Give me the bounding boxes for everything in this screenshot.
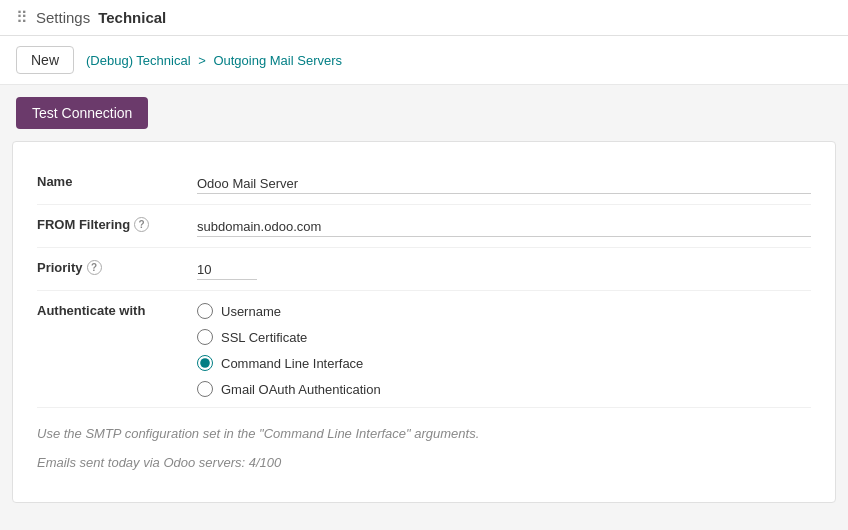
breadcrumb-bar: New (Debug) Technical > Outgoing Mail Se…: [0, 36, 848, 85]
name-value: [197, 172, 811, 194]
authenticate-with-label: Authenticate with: [37, 301, 197, 318]
radio-ssl-cert[interactable]: SSL Certificate: [197, 329, 811, 345]
priority-value: [197, 258, 811, 280]
radio-cli-input[interactable]: [197, 355, 213, 371]
from-filtering-value: [197, 215, 811, 237]
radio-gmail[interactable]: Gmail OAuth Authentication: [197, 381, 811, 397]
breadcrumb-debug: (Debug) Technical: [86, 53, 191, 68]
radio-ssl-cert-input[interactable]: [197, 329, 213, 345]
action-bar: Test Connection: [0, 85, 848, 141]
priority-input[interactable]: [197, 260, 257, 280]
info-text: Use the SMTP configuration set in the "C…: [37, 424, 811, 474]
breadcrumb-separator: >: [198, 53, 209, 68]
info-line2: Emails sent today via Odoo servers: 4/10…: [37, 453, 811, 474]
authenticate-with-options: Username SSL Certificate Command Line In…: [197, 301, 811, 397]
radio-cli[interactable]: Command Line Interface: [197, 355, 811, 371]
name-label: Name: [37, 172, 197, 189]
info-line1: Use the SMTP configuration set in the "C…: [37, 424, 811, 445]
from-filtering-help-icon[interactable]: ?: [134, 217, 149, 232]
priority-label: Priority ?: [37, 258, 197, 275]
from-filtering-label: FROM Filtering ?: [37, 215, 197, 232]
radio-ssl-cert-label: SSL Certificate: [221, 330, 307, 345]
priority-help-icon[interactable]: ?: [87, 260, 102, 275]
technical-label: Technical: [98, 9, 166, 26]
breadcrumb: (Debug) Technical > Outgoing Mail Server…: [86, 53, 342, 68]
radio-gmail-input[interactable]: [197, 381, 213, 397]
radio-username-label: Username: [221, 304, 281, 319]
name-row: Name: [37, 162, 811, 205]
name-input[interactable]: [197, 174, 811, 194]
breadcrumb-link[interactable]: Outgoing Mail Servers: [213, 53, 342, 68]
radio-group: Username SSL Certificate Command Line In…: [197, 303, 811, 397]
radio-cli-label: Command Line Interface: [221, 356, 363, 371]
form-card: Name FROM Filtering ? Priority ? Authent…: [12, 141, 836, 503]
top-bar: ⠿ Settings Technical: [0, 0, 848, 36]
new-button[interactable]: New: [16, 46, 74, 74]
radio-username[interactable]: Username: [197, 303, 811, 319]
from-filtering-input[interactable]: [197, 217, 811, 237]
priority-row: Priority ?: [37, 248, 811, 291]
radio-username-input[interactable]: [197, 303, 213, 319]
radio-gmail-label: Gmail OAuth Authentication: [221, 382, 381, 397]
test-connection-button[interactable]: Test Connection: [16, 97, 148, 129]
settings-label: Settings: [36, 9, 90, 26]
from-filtering-row: FROM Filtering ?: [37, 205, 811, 248]
authenticate-with-row: Authenticate with Username SSL Certifica…: [37, 291, 811, 408]
grid-icon[interactable]: ⠿: [16, 8, 28, 27]
